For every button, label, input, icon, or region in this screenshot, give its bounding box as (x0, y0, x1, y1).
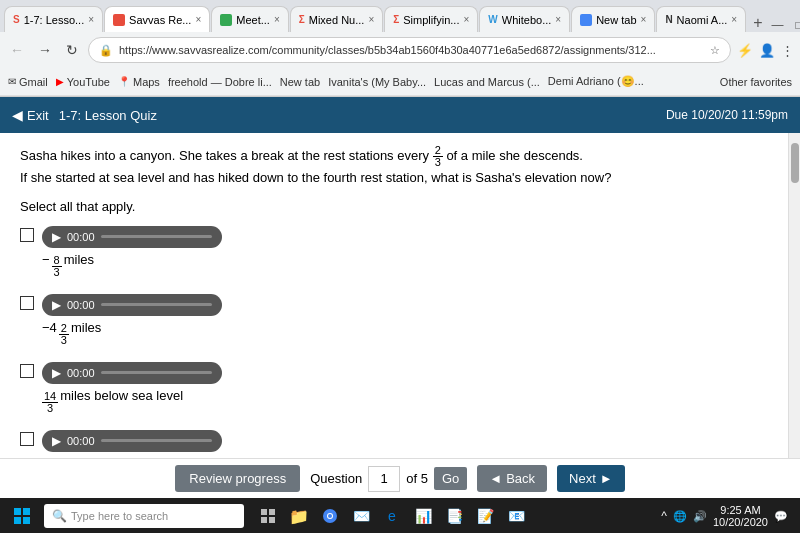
word-button[interactable]: 📝 (471, 502, 499, 530)
maximize-button[interactable]: □ (792, 18, 800, 32)
exit-button[interactable]: ◀ Exit (12, 107, 49, 123)
edge-button[interactable]: e (378, 502, 406, 530)
tab-newtab-close[interactable]: × (641, 14, 647, 25)
bookmark-newtab[interactable]: New tab (280, 76, 320, 88)
next-button[interactable]: Next ► (557, 465, 625, 492)
play-button-2[interactable]: ▶ (52, 298, 61, 312)
answer-frac-2: 2 3 (59, 323, 69, 346)
tab-naomi-close[interactable]: × (731, 14, 737, 25)
answer-label-2: −4 2 3 miles (42, 320, 222, 346)
tab-whiteboard[interactable]: W Whitebo... × (479, 6, 570, 32)
audio-progress-1[interactable] (101, 235, 212, 238)
checkbox-2[interactable] (20, 296, 34, 310)
checkbox-4[interactable] (20, 432, 34, 446)
tab-whiteboard-close[interactable]: × (555, 14, 561, 25)
bookmark-youtube[interactable]: ▶ YouTube (56, 76, 110, 88)
audio-time-1: 00:00 (67, 231, 95, 243)
file-explorer-button[interactable]: 📁 (285, 502, 313, 530)
bookmark-maps[interactable]: 📍 Maps (118, 76, 160, 88)
taskbar-app-icons: 📁 ✉️ e 📊 📑 📝 📧 (254, 502, 530, 530)
mail-button[interactable]: ✉️ (347, 502, 375, 530)
clock-date: 10/20/2020 (713, 516, 768, 528)
tab-newtab[interactable]: New tab × (571, 6, 655, 32)
reload-button[interactable]: ↻ (62, 40, 82, 60)
checkbox-3[interactable] (20, 364, 34, 378)
tab-simplify[interactable]: Σ Simplifyin... × (384, 6, 478, 32)
other-favorites[interactable]: Other favorites (720, 76, 792, 88)
bookmark-lucas[interactable]: Lucas and Marcus (... (434, 76, 540, 88)
tray-up-arrow[interactable]: ^ (661, 509, 667, 523)
play-button-1[interactable]: ▶ (52, 230, 61, 244)
excel-button[interactable]: 📊 (409, 502, 437, 530)
chrome-icon (322, 508, 338, 524)
clock-time: 9:25 AM (720, 504, 760, 516)
answer-label-3: 14 3 miles below sea level (42, 388, 222, 414)
tab-meet-favicon (220, 14, 232, 26)
powerpoint-button[interactable]: 📑 (440, 502, 468, 530)
chrome-button[interactable] (316, 502, 344, 530)
tray-volume-icon[interactable]: 🔊 (693, 510, 707, 523)
audio-player-2[interactable]: ▶ 00:00 (42, 294, 222, 316)
svg-rect-0 (14, 508, 21, 515)
audio-player-4[interactable]: ▶ 00:00 (42, 430, 222, 452)
bookmark-demi[interactable]: Demi Adriano (😊... (548, 75, 644, 88)
address-text: https://www.savvasrealize.com/community/… (119, 44, 704, 56)
tab-newtab-favicon (580, 14, 592, 26)
tab-whiteboard-label: Whitebo... (502, 14, 552, 26)
tab-whiteboard-favicon: W (488, 14, 497, 25)
audio-progress-2[interactable] (101, 303, 212, 306)
audio-progress-3[interactable] (101, 371, 212, 374)
tab-meet[interactable]: Meet... × (211, 6, 288, 32)
extensions-icon[interactable]: ⚡ (737, 43, 753, 58)
forward-nav-button[interactable]: → (34, 40, 56, 60)
minimize-button[interactable]: — (768, 18, 788, 32)
taskbar: 🔍 Type here to search 📁 ✉️ e (0, 498, 800, 533)
question-nav: Question 1 of 5 Go (310, 466, 467, 492)
audio-player-3[interactable]: ▶ 00:00 (42, 362, 222, 384)
answer-content-1: ▶ 00:00 − 8 3 miles (42, 226, 222, 278)
search-bar[interactable]: 🔍 Type here to search (44, 504, 244, 528)
review-progress-button[interactable]: Review progress (175, 465, 300, 492)
play-button-4[interactable]: ▶ (52, 434, 61, 448)
tab-1-lesson[interactable]: S 1-7: Lesso... × (4, 6, 103, 32)
bookmark-freehold[interactable]: freehold — Dobre li... (168, 76, 272, 88)
address-bar[interactable]: 🔒 https://www.savvasrealize.com/communit… (88, 37, 731, 63)
tray-network-icon[interactable]: 🌐 (673, 510, 687, 523)
search-icon: 🔍 (52, 509, 67, 523)
tab-simplify-close[interactable]: × (464, 14, 470, 25)
tab-savvas-close[interactable]: × (195, 14, 201, 25)
due-date: Due 10/20/20 11:59pm (666, 108, 788, 122)
answer-label-1: − 8 3 miles (42, 252, 222, 278)
tab-meet-close[interactable]: × (274, 14, 280, 25)
back-arrow-icon: ◄ (489, 471, 502, 486)
tab-mixed-close[interactable]: × (368, 14, 374, 25)
tab-1-close[interactable]: × (88, 14, 94, 25)
menu-icon[interactable]: ⋮ (781, 43, 794, 58)
audio-player-1[interactable]: ▶ 00:00 (42, 226, 222, 248)
checkbox-1[interactable] (20, 228, 34, 242)
back-button[interactable]: ◄ Back (477, 465, 547, 492)
task-view-button[interactable] (254, 502, 282, 530)
scrollbar-thumb[interactable] (791, 143, 799, 183)
play-button-3[interactable]: ▶ (52, 366, 61, 380)
mail2-button[interactable]: 📧 (502, 502, 530, 530)
go-button[interactable]: Go (434, 467, 467, 490)
svg-rect-7 (269, 517, 275, 523)
back-nav-button[interactable]: ← (6, 40, 28, 60)
question-number-input[interactable]: 1 (368, 466, 400, 492)
bookmark-ivanita[interactable]: Ivanita's (My Baby... (328, 76, 426, 88)
notification-icon[interactable]: 💬 (774, 510, 788, 523)
tab-naomi[interactable]: N Naomi A... × (656, 6, 746, 32)
answer-frac-3: 14 3 (42, 391, 58, 414)
bookmark-gmail[interactable]: ✉ Gmail (8, 76, 48, 88)
new-tab-button[interactable]: + (749, 14, 766, 32)
scrollbar[interactable] (788, 133, 800, 458)
tab-mixed[interactable]: Σ Mixed Nu... × (290, 6, 384, 32)
profile-icon[interactable]: 👤 (759, 43, 775, 58)
clock[interactable]: 9:25 AM 10/20/2020 (713, 504, 768, 528)
svg-rect-5 (269, 509, 275, 515)
tab-savvas[interactable]: Savvas Re... × (104, 6, 210, 32)
star-icon[interactable]: ☆ (710, 44, 720, 57)
start-button[interactable] (4, 498, 40, 533)
audio-progress-4[interactable] (101, 439, 212, 442)
